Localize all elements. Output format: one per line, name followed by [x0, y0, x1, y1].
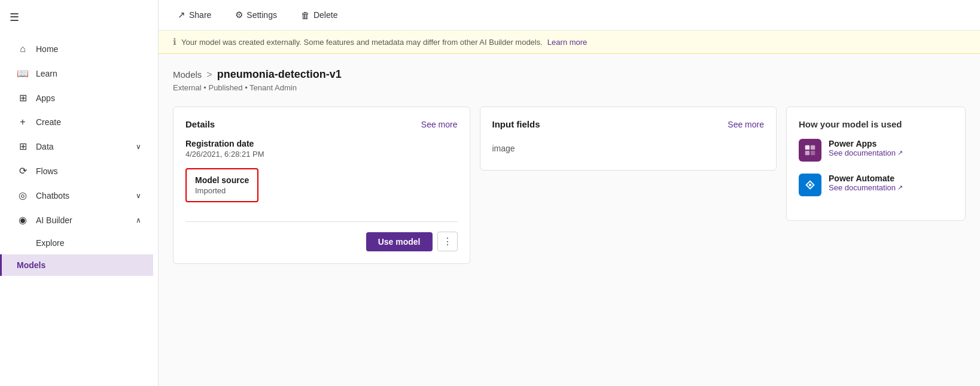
share-label: Share [189, 10, 211, 20]
sidebar-item-data-label: Data [36, 142, 54, 151]
breadcrumb-parent[interactable]: Models [173, 69, 202, 80]
sidebar-item-chatbots-label: Chatbots [36, 191, 69, 200]
apps-icon: ⊞ [17, 92, 29, 104]
input-fields-see-more-link[interactable]: See more [728, 120, 764, 129]
sidebar-item-explore[interactable]: Explore [5, 233, 153, 253]
input-fields-card-header: Input fields See more [492, 119, 765, 129]
power-automate-external-icon: ↗ [897, 184, 903, 192]
model-source-box: Model source Imported [185, 168, 258, 202]
sidebar-item-data[interactable]: ⊞ Data ∨ [5, 135, 153, 158]
toolbar: ↗ Share ⚙ Settings 🗑 Delete [159, 0, 980, 31]
svg-rect-2 [805, 151, 809, 155]
power-apps-external-icon: ↗ [897, 149, 903, 157]
learn-more-link[interactable]: Learn more [547, 38, 587, 47]
power-apps-info: Power Apps See documentation ↗ [829, 139, 903, 157]
sidebar-item-chatbots[interactable]: ◎ Chatbots ∨ [5, 184, 153, 207]
banner-text: Your model was created externally. Some … [181, 38, 543, 47]
settings-icon: ⚙ [235, 10, 243, 20]
power-apps-item: Power Apps See documentation ↗ [799, 139, 953, 162]
power-automate-link-text: See documentation [829, 183, 896, 192]
chatbots-icon: ◎ [17, 190, 29, 201]
sidebar-item-learn-label: Learn [36, 69, 57, 78]
data-chevron-icon: ∨ [136, 142, 141, 151]
details-card: Details See more Registration date 4/26/… [173, 107, 470, 264]
flows-icon: ⟳ [17, 165, 29, 177]
page-content: Models > pneumonia-detection-v1 External… [159, 54, 980, 386]
page-subtitle: External • Published • Tenant Admin [173, 83, 966, 92]
create-icon: + [17, 117, 29, 127]
details-title: Details [185, 119, 215, 129]
sidebar: ☰ ⌂ Home 📖 Learn ⊞ Apps + Create ⊞ Data … [0, 0, 159, 386]
power-automate-icon [799, 174, 821, 196]
settings-label: Settings [246, 10, 277, 20]
power-apps-doc-link[interactable]: See documentation ↗ [829, 148, 903, 157]
more-options-icon: ⋮ [443, 236, 452, 247]
how-model-used-title: How your model is used [799, 119, 953, 129]
power-apps-name: Power Apps [829, 139, 903, 148]
breadcrumb-separator: > [206, 69, 212, 80]
details-card-header: Details See more [185, 119, 458, 129]
how-model-used-card: How your model is used Power Apps [786, 107, 966, 221]
sidebar-item-models-label: Models [17, 260, 45, 270]
card-footer: Use model ⋮ [185, 232, 458, 251]
input-fields-title: Input fields [492, 119, 540, 129]
model-source-value: Imported [195, 186, 249, 195]
power-apps-link-text: See documentation [829, 148, 896, 157]
sidebar-item-create[interactable]: + Create [5, 111, 153, 133]
delete-icon: 🗑 [301, 10, 310, 20]
svg-rect-1 [811, 145, 815, 150]
ai-builder-icon: ◉ [17, 214, 29, 226]
hamburger-menu-icon[interactable]: ☰ [10, 11, 19, 24]
sidebar-item-apps[interactable]: ⊞ Apps [5, 86, 153, 110]
cards-container: Details See more Registration date 4/26/… [173, 107, 966, 264]
registration-date-label: Registration date [185, 139, 458, 148]
sidebar-item-apps-label: Apps [36, 93, 55, 103]
sidebar-item-create-label: Create [36, 117, 61, 127]
power-automate-info: Power Automate See documentation ↗ [829, 174, 903, 192]
power-automate-item: Power Automate See documentation ↗ [799, 174, 953, 196]
svg-rect-3 [811, 151, 815, 155]
sidebar-item-ai-builder[interactable]: ◉ AI Builder ∧ [5, 208, 153, 232]
sidebar-item-flows[interactable]: ⟳ Flows [5, 159, 153, 183]
details-see-more-link[interactable]: See more [421, 120, 458, 129]
more-options-button[interactable]: ⋮ [437, 232, 458, 251]
chatbots-chevron-icon: ∨ [136, 192, 141, 200]
sidebar-item-flows-label: Flows [36, 166, 58, 176]
sidebar-item-explore-label: Explore [36, 238, 64, 248]
power-apps-icon [799, 139, 821, 162]
registration-date-value: 4/26/2021, 6:28:21 PM [185, 150, 458, 159]
input-fields-card: Input fields See more image [480, 107, 777, 171]
info-icon: ℹ [173, 37, 176, 47]
info-banner: ℹ Your model was created externally. Som… [159, 31, 980, 54]
sidebar-item-learn[interactable]: 📖 Learn [5, 62, 153, 85]
power-automate-name: Power Automate [829, 174, 903, 183]
share-button[interactable]: ↗ Share [173, 7, 216, 23]
sidebar-item-home-label: Home [36, 44, 58, 54]
sidebar-nav: ⌂ Home 📖 Learn ⊞ Apps + Create ⊞ Data ∨ … [0, 35, 158, 279]
delete-button[interactable]: 🗑 Delete [296, 8, 342, 23]
data-icon: ⊞ [17, 141, 29, 152]
ai-builder-chevron-icon: ∧ [136, 216, 141, 224]
settings-button[interactable]: ⚙ Settings [230, 7, 282, 23]
sidebar-item-ai-builder-label: AI Builder [36, 215, 72, 225]
breadcrumb-current: pneumonia-detection-v1 [217, 68, 342, 81]
input-field-value: image [492, 139, 765, 158]
learn-icon: 📖 [17, 68, 29, 79]
svg-rect-0 [805, 145, 809, 150]
model-source-label: Model source [195, 175, 249, 185]
card-divider [185, 221, 458, 222]
main-content: ↗ Share ⚙ Settings 🗑 Delete ℹ Your model… [159, 0, 980, 386]
share-icon: ↗ [178, 10, 185, 20]
breadcrumb: Models > pneumonia-detection-v1 [173, 68, 966, 81]
use-model-button[interactable]: Use model [366, 232, 433, 251]
delete-label: Delete [314, 10, 337, 20]
sidebar-item-home[interactable]: ⌂ Home [5, 38, 153, 60]
sidebar-header: ☰ [0, 0, 158, 35]
power-automate-doc-link[interactable]: See documentation ↗ [829, 183, 903, 192]
home-icon: ⌂ [17, 44, 29, 54]
sidebar-item-models[interactable]: Models [0, 254, 153, 276]
